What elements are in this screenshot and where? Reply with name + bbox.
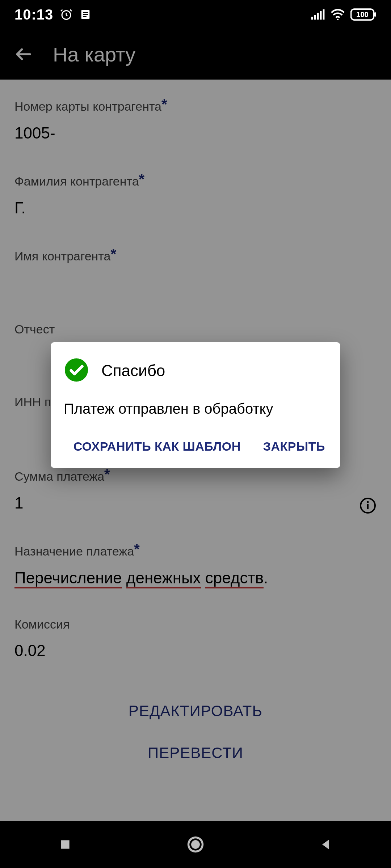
battery-icon: 100 — [350, 8, 377, 21]
svg-point-16 — [65, 358, 88, 382]
app-bar: На карту — [0, 29, 391, 80]
success-dialog: Спасибо Платеж отправлен в обработку СОХ… — [51, 342, 340, 468]
back-button[interactable] — [11, 42, 36, 67]
svg-rect-5 — [311, 17, 313, 20]
wifi-icon — [330, 9, 345, 20]
svg-rect-8 — [320, 11, 322, 20]
modal-scrim[interactable] — [0, 80, 391, 868]
checkmark-circle-icon — [64, 357, 89, 384]
dialog-message: Платеж отправлен в обработку — [64, 401, 327, 417]
dialog-title: Спасибо — [101, 362, 165, 380]
recent-apps-button[interactable] — [33, 837, 98, 852]
home-button[interactable] — [163, 835, 228, 854]
svg-point-19 — [191, 840, 200, 849]
status-time: 10:13 — [14, 7, 53, 23]
svg-rect-7 — [317, 13, 319, 20]
battery-level: 100 — [350, 8, 374, 21]
back-nav-button[interactable] — [293, 837, 358, 852]
signal-icon — [311, 9, 325, 20]
alarm-icon — [60, 8, 73, 21]
svg-rect-6 — [314, 15, 316, 20]
svg-rect-2 — [83, 12, 88, 13]
svg-rect-9 — [323, 9, 325, 20]
svg-rect-12 — [374, 12, 376, 17]
svg-point-10 — [337, 19, 339, 20]
svg-rect-4 — [83, 16, 87, 17]
close-button[interactable]: ЗАКРЫТЬ — [261, 434, 327, 459]
status-bar: 10:13 100 — [0, 0, 391, 29]
save-as-template-button[interactable]: СОХРАНИТЬ КАК ШАБЛОН — [71, 434, 243, 459]
page-title: На карту — [53, 43, 135, 66]
svg-rect-3 — [83, 14, 88, 15]
svg-rect-17 — [61, 840, 69, 848]
note-icon — [79, 8, 92, 21]
system-nav-bar — [0, 821, 391, 868]
